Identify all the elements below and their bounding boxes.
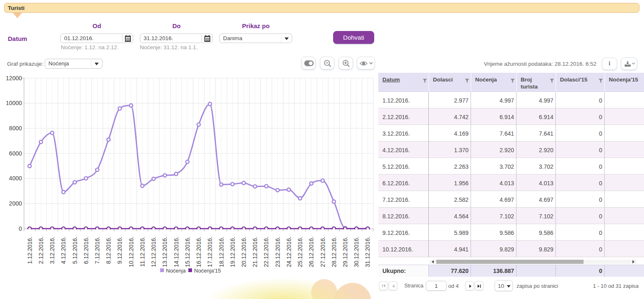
svg-text:2.12.2016.: 2.12.2016. bbox=[38, 237, 44, 264]
svg-text:10000: 10000 bbox=[6, 100, 22, 106]
svg-text:1.12.2016.: 1.12.2016. bbox=[26, 237, 33, 264]
svg-text:3.12.2016.: 3.12.2016. bbox=[49, 237, 55, 264]
svg-text:29.12.2016.: 29.12.2016. bbox=[342, 237, 348, 267]
svg-text:0: 0 bbox=[19, 225, 22, 232]
svg-text:6000: 6000 bbox=[9, 150, 22, 157]
svg-text:10.12.2016.: 10.12.2016. bbox=[128, 237, 135, 267]
svg-text:9.12.2016.: 9.12.2016. bbox=[116, 237, 123, 264]
svg-text:12.12.2016.: 12.12.2016. bbox=[150, 237, 157, 267]
svg-text:26.12.2016.: 26.12.2016. bbox=[308, 237, 315, 267]
svg-text:28.12.2016.: 28.12.2016. bbox=[331, 237, 337, 267]
svg-text:12000: 12000 bbox=[6, 75, 22, 81]
svg-text:Noćenja'15: Noćenja'15 bbox=[194, 268, 221, 274]
svg-text:16.12.2016.: 16.12.2016. bbox=[195, 237, 202, 267]
svg-text:23.12.2016.: 23.12.2016. bbox=[274, 237, 281, 267]
svg-text:11.12.2016.: 11.12.2016. bbox=[139, 237, 146, 267]
svg-text:8.12.2016.: 8.12.2016. bbox=[105, 237, 112, 264]
svg-text:Noćenja: Noćenja bbox=[166, 268, 186, 274]
svg-text:4.12.2016.: 4.12.2016. bbox=[60, 237, 67, 264]
svg-text:21.12.2016.: 21.12.2016. bbox=[252, 237, 258, 267]
svg-text:18.12.2016.: 18.12.2016. bbox=[218, 237, 225, 267]
svg-text:17.12.2016.: 17.12.2016. bbox=[207, 237, 213, 267]
svg-text:5.12.2016.: 5.12.2016. bbox=[72, 237, 78, 264]
svg-text:15.12.2016.: 15.12.2016. bbox=[184, 237, 191, 267]
svg-text:19.12.2016.: 19.12.2016. bbox=[229, 237, 236, 267]
svg-text:2000: 2000 bbox=[9, 200, 22, 207]
svg-text:20.12.2016.: 20.12.2016. bbox=[240, 237, 247, 267]
svg-text:14.12.2016.: 14.12.2016. bbox=[173, 237, 180, 267]
svg-text:24.12.2016.: 24.12.2016. bbox=[286, 237, 292, 267]
svg-text:13.12.2016.: 13.12.2016. bbox=[161, 237, 168, 267]
svg-text:27.12.2016.: 27.12.2016. bbox=[320, 237, 326, 267]
svg-text:31.12.2016.: 31.12.2016. bbox=[364, 237, 371, 267]
svg-text:8000: 8000 bbox=[9, 125, 22, 132]
svg-text:4000: 4000 bbox=[9, 175, 22, 182]
svg-text:7.12.2016.: 7.12.2016. bbox=[94, 237, 101, 264]
svg-text:30.12.2016.: 30.12.2016. bbox=[353, 237, 360, 267]
svg-text:22.12.2016.: 22.12.2016. bbox=[263, 237, 269, 267]
svg-text:25.12.2016.: 25.12.2016. bbox=[297, 237, 303, 267]
svg-text:6.12.2016.: 6.12.2016. bbox=[83, 237, 89, 264]
